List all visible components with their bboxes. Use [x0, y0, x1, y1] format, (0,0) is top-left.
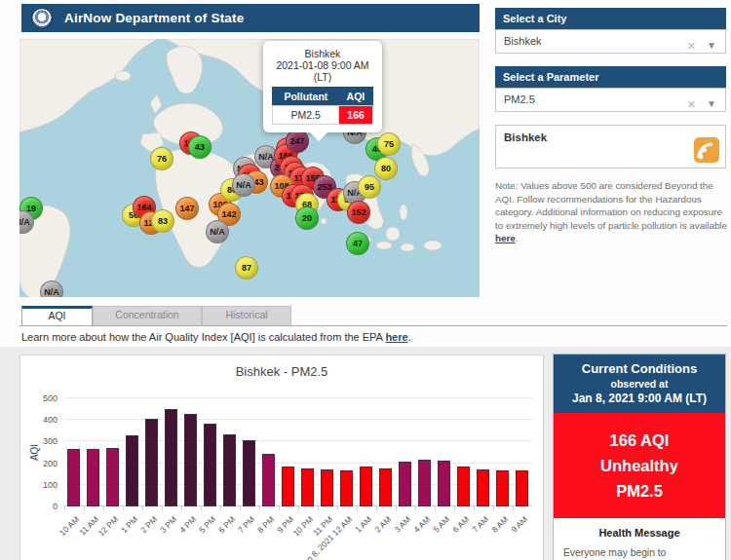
tab-historical[interactable]: Historical [202, 306, 291, 325]
aqi-marker[interactable]: 75 [377, 132, 401, 156]
aqi-status-block: 166 AQI Unhealthy PM2.5 [554, 413, 725, 518]
aqi-bar[interactable] [340, 470, 353, 506]
aqi-marker[interactable]: 147 [175, 197, 199, 220]
x-axis-tick [357, 506, 358, 510]
aqi-bar[interactable] [67, 449, 80, 506]
x-axis-tick [396, 506, 397, 510]
aqi-marker[interactable]: N/A [40, 280, 63, 297]
aqi-bar[interactable] [243, 440, 255, 506]
gridline [64, 419, 532, 420]
tooltip-city: Bishkek [269, 48, 376, 59]
aqi-bar[interactable] [262, 454, 275, 506]
rss-icon[interactable] [694, 137, 719, 163]
city-select[interactable]: Bishkek ✕ ▼ [495, 29, 726, 54]
aqi-bar[interactable] [496, 470, 509, 506]
world-aqi-map[interactable]: 761604319N/A561641278314710686142N/AN/A8… [19, 39, 480, 297]
aqi-marker[interactable]: 47 [346, 232, 369, 255]
note-text: Note: Values above 500 are considered Be… [495, 179, 727, 245]
observed-datetime: Jan 8, 2021 9:00 AM (LT) [559, 392, 719, 405]
x-axis-tick [415, 506, 416, 510]
x-axis-tick [318, 506, 319, 510]
chart-title: Bishkek - PM2.5 [20, 364, 543, 379]
x-axis-tick [279, 506, 280, 510]
tooltip-aqi-header: AQI [339, 88, 373, 106]
chevron-down-icon[interactable]: ▼ [707, 34, 716, 56]
aqi-bar[interactable] [223, 434, 236, 506]
gridline [64, 397, 532, 398]
x-axis-tick [162, 506, 163, 510]
aqi-marker[interactable]: 80 [374, 157, 398, 180]
aqi-bar[interactable] [360, 467, 372, 506]
app-title: AirNow Department of State [64, 11, 244, 25]
tooltip-pollutant-value: PM2.5 [273, 106, 339, 125]
x-axis-tick [474, 506, 475, 510]
bar-chart-plot: AQI 010020030040050010 AM11 AM12 PM1 PM2… [64, 398, 532, 506]
current-conditions-header: Current Conditions observed at Jan 8, 20… [554, 355, 725, 413]
aqi-bar[interactable] [418, 460, 431, 506]
tooltip-table: Pollutant AQI PM2.5 166 [272, 87, 373, 125]
aqi-marker[interactable]: 95 [358, 175, 381, 199]
aqi-pollutant: PM2.5 [559, 478, 719, 504]
tooltip-aqi-value: 166 [339, 106, 373, 125]
x-axis-tick [220, 506, 221, 510]
aqi-bar[interactable] [145, 419, 158, 506]
view-tabs: AQI Concentration Historical [21, 306, 291, 325]
x-axis-tick [259, 506, 260, 510]
aqi-bar[interactable] [438, 461, 450, 506]
tab-aqi[interactable]: AQI [21, 306, 93, 325]
aqi-bar[interactable] [399, 462, 411, 506]
aqi-bar[interactable] [126, 435, 138, 506]
tooltip-timezone: (LT) [269, 71, 376, 83]
tab-concentration[interactable]: Concentration [93, 306, 202, 325]
observed-at-label: observed at [559, 378, 719, 390]
x-axis-tick [103, 506, 104, 510]
parameter-select[interactable]: PM2.5 ✕ ▼ [495, 88, 726, 112]
current-conditions-title: Current Conditions [559, 361, 719, 376]
aqi-marker[interactable]: 247 [286, 130, 309, 153]
aqi-bar[interactable] [184, 414, 197, 506]
learn-more-text: Learn more about how the Air Quality Ind… [21, 331, 411, 343]
aqi-bar[interactable] [516, 470, 528, 506]
tabs-underline [19, 325, 727, 326]
tooltip-pollutant-header: Pollutant [273, 88, 339, 106]
parameter-select-value: PM2.5 [504, 93, 535, 105]
aqi-bar[interactable] [457, 467, 470, 506]
aqi-marker[interactable]: 87 [235, 256, 258, 280]
aqi-bar[interactable] [87, 449, 99, 506]
x-axis-tick [201, 506, 202, 510]
y-axis-tick: 200 [28, 459, 58, 468]
aqi-bar[interactable] [204, 424, 216, 506]
aqi-bar[interactable] [106, 448, 119, 506]
aqi-bar[interactable] [477, 469, 489, 506]
aqi-bar[interactable] [379, 468, 392, 506]
aqi-bar[interactable] [282, 467, 294, 506]
x-axis-tick [298, 506, 299, 510]
health-message-text: Everyone may begin to experience health … [563, 545, 715, 560]
clear-parameter-icon[interactable]: ✕ [687, 93, 696, 116]
aqi-marker[interactable]: N/A [232, 173, 255, 197]
aqi-bar[interactable] [301, 468, 314, 506]
y-axis-tick: 0 [28, 502, 58, 511]
aqi-value: 166 AQI [559, 428, 719, 453]
x-axis-tick [123, 506, 124, 510]
epa-link[interactable]: here [385, 331, 407, 343]
aqi-marker[interactable]: 83 [151, 209, 174, 233]
aqi-marker[interactable]: 152 [347, 201, 370, 224]
x-axis-tick [84, 506, 85, 510]
x-axis-tick [493, 506, 494, 510]
aqi-marker[interactable]: 43 [188, 135, 212, 159]
x-axis-tick [376, 506, 377, 510]
x-axis-tick [454, 506, 455, 510]
aqi-marker[interactable]: N/A [206, 220, 229, 243]
aqi-marker[interactable]: 76 [150, 147, 173, 170]
clear-city-icon[interactable]: ✕ [687, 35, 696, 57]
aqi-bar[interactable] [165, 409, 177, 506]
health-message-section: Health Message Everyone may begin to exp… [554, 518, 725, 560]
aqi-marker[interactable]: 20 [295, 206, 319, 230]
aqi-bar[interactable] [321, 469, 333, 506]
map-tooltip: Bishkek 2021-01-08 9:00 AM (LT) Pollutan… [263, 41, 382, 132]
x-axis-tick [337, 506, 338, 510]
current-conditions-card: Current Conditions observed at Jan 8, 20… [553, 354, 726, 560]
chevron-down-icon[interactable]: ▼ [707, 93, 716, 115]
note-here-link[interactable]: here [495, 233, 516, 243]
